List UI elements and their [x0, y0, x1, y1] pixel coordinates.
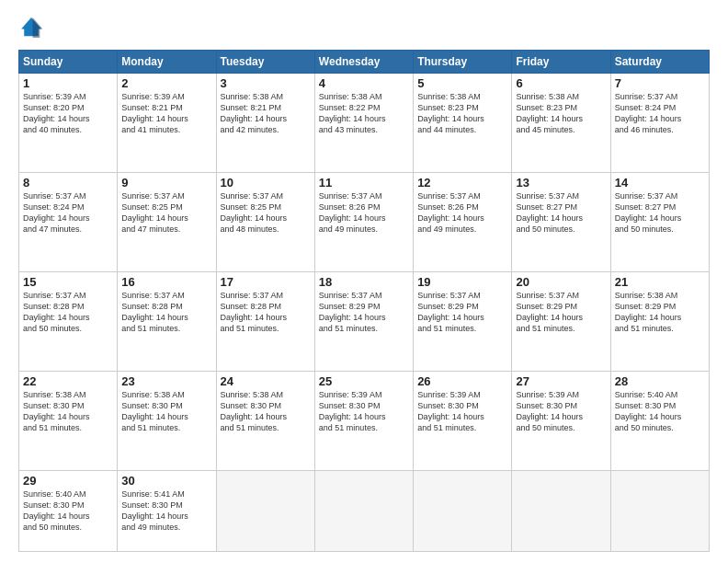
- page: SundayMondayTuesdayWednesdayThursdayFrid…: [0, 0, 728, 563]
- calendar-cell: 17Sunrise: 5:37 AMSunset: 8:28 PMDayligh…: [216, 271, 314, 371]
- calendar-cell: 18Sunrise: 5:37 AMSunset: 8:29 PMDayligh…: [314, 271, 413, 371]
- day-number: 20: [516, 275, 606, 289]
- weekday-header: Monday: [118, 51, 216, 74]
- cell-info: Sunrise: 5:37 AMSunset: 8:29 PMDaylight:…: [516, 290, 606, 335]
- calendar-cell: 7Sunrise: 5:37 AMSunset: 8:24 PMDaylight…: [610, 74, 709, 173]
- calendar-cell: 12Sunrise: 5:37 AMSunset: 8:26 PMDayligh…: [414, 172, 512, 271]
- calendar-cell: 2Sunrise: 5:39 AMSunset: 8:21 PMDaylight…: [118, 74, 216, 173]
- calendar-cell: 24Sunrise: 5:38 AMSunset: 8:30 PMDayligh…: [216, 371, 314, 470]
- calendar-cell: 19Sunrise: 5:37 AMSunset: 8:29 PMDayligh…: [414, 271, 512, 371]
- cell-info: Sunrise: 5:37 AMSunset: 8:28 PMDaylight:…: [23, 290, 113, 335]
- cell-info: Sunrise: 5:37 AMSunset: 8:27 PMDaylight:…: [516, 190, 606, 236]
- cell-info: Sunrise: 5:38 AMSunset: 8:23 PMDaylight:…: [417, 91, 507, 136]
- calendar-cell: [314, 470, 413, 551]
- calendar-cell: 20Sunrise: 5:37 AMSunset: 8:29 PMDayligh…: [512, 271, 610, 371]
- cell-info: Sunrise: 5:38 AMSunset: 8:30 PMDaylight:…: [23, 389, 113, 434]
- weekday-header: Sunday: [19, 51, 118, 74]
- cell-info: Sunrise: 5:37 AMSunset: 8:27 PMDaylight:…: [615, 190, 705, 236]
- cell-info: Sunrise: 5:40 AMSunset: 8:30 PMDaylight:…: [615, 389, 705, 434]
- calendar-cell: [216, 470, 314, 551]
- cell-info: Sunrise: 5:37 AMSunset: 8:25 PMDaylight:…: [121, 190, 211, 236]
- calendar-cell: 14Sunrise: 5:37 AMSunset: 8:27 PMDayligh…: [610, 172, 709, 271]
- weekday-header: Wednesday: [314, 51, 413, 74]
- calendar-cell: 5Sunrise: 5:38 AMSunset: 8:23 PMDaylight…: [414, 74, 512, 173]
- header: [18, 15, 710, 40]
- calendar-cell: 21Sunrise: 5:38 AMSunset: 8:29 PMDayligh…: [610, 271, 709, 371]
- day-number: 23: [121, 374, 211, 388]
- calendar-cell: 27Sunrise: 5:39 AMSunset: 8:30 PMDayligh…: [512, 371, 610, 470]
- calendar-cell: 28Sunrise: 5:40 AMSunset: 8:30 PMDayligh…: [610, 371, 709, 470]
- day-number: 5: [417, 76, 507, 90]
- cell-info: Sunrise: 5:38 AMSunset: 8:29 PMDaylight:…: [615, 290, 705, 335]
- calendar-header-row: SundayMondayTuesdayWednesdayThursdayFrid…: [19, 51, 710, 74]
- day-number: 25: [319, 374, 409, 388]
- calendar-cell: [414, 470, 512, 551]
- day-number: 27: [516, 374, 606, 388]
- calendar-cell: [512, 470, 610, 551]
- cell-info: Sunrise: 5:38 AMSunset: 8:22 PMDaylight:…: [319, 91, 409, 136]
- day-number: 28: [615, 374, 705, 388]
- day-number: 30: [121, 474, 211, 488]
- day-number: 16: [121, 275, 211, 289]
- cell-info: Sunrise: 5:40 AMSunset: 8:30 PMDaylight:…: [23, 488, 113, 534]
- day-number: 12: [417, 176, 507, 190]
- cell-info: Sunrise: 5:39 AMSunset: 8:20 PMDaylight:…: [23, 91, 113, 136]
- day-number: 2: [121, 76, 211, 90]
- calendar-week-row: 15Sunrise: 5:37 AMSunset: 8:28 PMDayligh…: [19, 271, 710, 371]
- cell-info: Sunrise: 5:39 AMSunset: 8:30 PMDaylight:…: [319, 389, 409, 434]
- cell-info: Sunrise: 5:37 AMSunset: 8:26 PMDaylight:…: [319, 190, 409, 236]
- svg-marker-1: [33, 17, 43, 38]
- cell-info: Sunrise: 5:37 AMSunset: 8:24 PMDaylight:…: [23, 190, 113, 236]
- calendar-cell: 15Sunrise: 5:37 AMSunset: 8:28 PMDayligh…: [19, 271, 118, 371]
- calendar-week-row: 8Sunrise: 5:37 AMSunset: 8:24 PMDaylight…: [19, 172, 710, 271]
- cell-info: Sunrise: 5:37 AMSunset: 8:26 PMDaylight:…: [417, 190, 507, 236]
- calendar-cell: 29Sunrise: 5:40 AMSunset: 8:30 PMDayligh…: [19, 470, 118, 551]
- cell-info: Sunrise: 5:37 AMSunset: 8:25 PMDaylight:…: [221, 190, 311, 236]
- calendar-cell: 4Sunrise: 5:38 AMSunset: 8:22 PMDaylight…: [314, 74, 413, 173]
- day-number: 29: [23, 474, 113, 488]
- calendar-cell: 10Sunrise: 5:37 AMSunset: 8:25 PMDayligh…: [216, 172, 314, 271]
- cell-info: Sunrise: 5:37 AMSunset: 8:29 PMDaylight:…: [417, 290, 507, 335]
- day-number: 3: [221, 76, 311, 90]
- cell-info: Sunrise: 5:41 AMSunset: 8:30 PMDaylight:…: [121, 488, 211, 534]
- day-number: 17: [221, 275, 311, 289]
- cell-info: Sunrise: 5:37 AMSunset: 8:28 PMDaylight:…: [121, 290, 211, 335]
- calendar-cell: 30Sunrise: 5:41 AMSunset: 8:30 PMDayligh…: [118, 470, 216, 551]
- cell-info: Sunrise: 5:38 AMSunset: 8:23 PMDaylight:…: [516, 91, 606, 136]
- day-number: 13: [516, 176, 606, 190]
- calendar-cell: [610, 470, 709, 551]
- day-number: 8: [23, 176, 113, 190]
- cell-info: Sunrise: 5:39 AMSunset: 8:30 PMDaylight:…: [516, 389, 606, 434]
- cell-info: Sunrise: 5:37 AMSunset: 8:29 PMDaylight:…: [319, 290, 409, 335]
- weekday-header: Tuesday: [216, 51, 314, 74]
- cell-info: Sunrise: 5:37 AMSunset: 8:28 PMDaylight:…: [221, 290, 311, 335]
- weekday-header: Friday: [512, 51, 610, 74]
- calendar-cell: 23Sunrise: 5:38 AMSunset: 8:30 PMDayligh…: [118, 371, 216, 470]
- calendar-cell: 11Sunrise: 5:37 AMSunset: 8:26 PMDayligh…: [314, 172, 413, 271]
- logo-icon: [18, 15, 44, 40]
- calendar-week-row: 22Sunrise: 5:38 AMSunset: 8:30 PMDayligh…: [19, 371, 710, 470]
- day-number: 4: [319, 76, 409, 90]
- calendar-cell: 6Sunrise: 5:38 AMSunset: 8:23 PMDaylight…: [512, 74, 610, 173]
- calendar-week-row: 1Sunrise: 5:39 AMSunset: 8:20 PMDaylight…: [19, 74, 710, 173]
- cell-info: Sunrise: 5:38 AMSunset: 8:21 PMDaylight:…: [221, 91, 311, 136]
- calendar-cell: 1Sunrise: 5:39 AMSunset: 8:20 PMDaylight…: [19, 74, 118, 173]
- weekday-header: Thursday: [414, 51, 512, 74]
- calendar-cell: 3Sunrise: 5:38 AMSunset: 8:21 PMDaylight…: [216, 74, 314, 173]
- day-number: 6: [516, 76, 606, 90]
- day-number: 9: [121, 176, 211, 190]
- cell-info: Sunrise: 5:38 AMSunset: 8:30 PMDaylight:…: [121, 389, 211, 434]
- calendar-cell: 16Sunrise: 5:37 AMSunset: 8:28 PMDayligh…: [118, 271, 216, 371]
- calendar-cell: 22Sunrise: 5:38 AMSunset: 8:30 PMDayligh…: [19, 371, 118, 470]
- day-number: 22: [23, 374, 113, 388]
- day-number: 11: [319, 176, 409, 190]
- cell-info: Sunrise: 5:38 AMSunset: 8:30 PMDaylight:…: [221, 389, 311, 434]
- calendar-cell: 9Sunrise: 5:37 AMSunset: 8:25 PMDaylight…: [118, 172, 216, 271]
- logo: [18, 15, 48, 40]
- day-number: 19: [417, 275, 507, 289]
- calendar-cell: 25Sunrise: 5:39 AMSunset: 8:30 PMDayligh…: [314, 371, 413, 470]
- calendar-cell: 26Sunrise: 5:39 AMSunset: 8:30 PMDayligh…: [414, 371, 512, 470]
- calendar-cell: 13Sunrise: 5:37 AMSunset: 8:27 PMDayligh…: [512, 172, 610, 271]
- day-number: 21: [615, 275, 705, 289]
- day-number: 15: [23, 275, 113, 289]
